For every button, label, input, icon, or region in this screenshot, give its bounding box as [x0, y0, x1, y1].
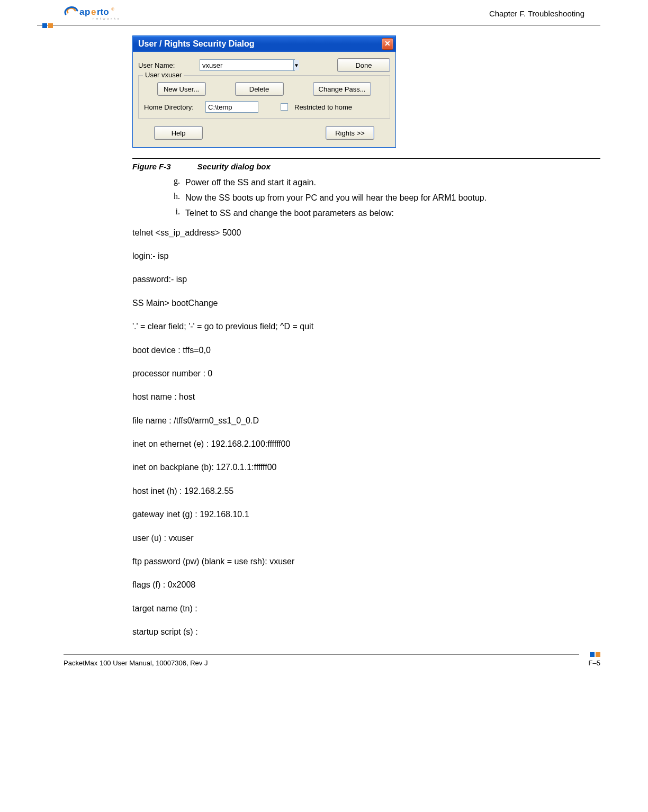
step-marker: h. — [169, 192, 185, 204]
new-user-button[interactable]: New User... — [157, 82, 206, 96]
footer-page: F–5 — [589, 659, 600, 667]
brand-logo: ap e rto ® n e t w o r k s — [64, 5, 124, 21]
terminal-line: user (u) : vxuser — [132, 533, 600, 544]
terminal-line: processor number : 0 — [132, 368, 600, 380]
terminal-line: password:- isp — [132, 274, 600, 285]
step-text: Telnet to SS and change the boot paramet… — [185, 207, 600, 219]
terminal-line: login:- isp — [132, 250, 600, 262]
username-label: User Name: — [138, 61, 196, 69]
home-dir-input[interactable] — [205, 101, 258, 113]
username-input[interactable] — [200, 60, 293, 70]
terminal-line: boot device : tffs=0,0 — [132, 345, 600, 356]
close-icon[interactable]: ✕ — [382, 38, 393, 50]
dialog-title: User / Rights Security Dialog — [138, 39, 382, 49]
terminal-line: file name : /tffs0/arm0_ss1_0_0.D — [132, 415, 600, 427]
restricted-checkbox[interactable] — [281, 103, 288, 111]
username-combobox[interactable]: ▼ — [200, 59, 295, 71]
terminal-line: flags (f) : 0x2008 — [132, 579, 600, 591]
svg-text:ap: ap — [79, 7, 91, 17]
step-text: Now the SS boots up from your PC and you… — [185, 192, 600, 204]
terminal-line: host inet (h) : 192.168.2.55 — [132, 485, 600, 497]
delete-button[interactable]: Delete — [235, 82, 284, 96]
help-button[interactable]: Help — [154, 126, 203, 140]
dropdown-icon[interactable]: ▼ — [293, 60, 299, 70]
terminal-line: host name : host — [132, 391, 600, 403]
svg-text:n e t w o r k s: n e t w o r k s — [93, 17, 120, 20]
step-marker: i. — [169, 207, 185, 219]
change-pass-button[interactable]: Change Pass... — [313, 82, 372, 96]
figure-number: Figure F-3 — [132, 162, 171, 171]
terminal-line: startup script (s) : — [132, 626, 600, 638]
terminal-line: gateway inet (g) : 192.168.10.1 — [132, 509, 600, 520]
step-text: Power off the SS and start it again. — [185, 176, 600, 188]
terminal-line: SS Main> bootChange — [132, 297, 600, 309]
chapter-label: Chapter F. Troubleshooting — [124, 9, 584, 18]
terminal-line: ftp password (pw) (blank = use rsh): vxu… — [132, 556, 600, 567]
restricted-label: Restricted to home — [294, 103, 352, 111]
security-dialog: User / Rights Security Dialog ✕ User Nam… — [132, 35, 396, 148]
home-dir-label: Home Directory: — [144, 103, 202, 111]
decor-squares-left — [42, 23, 53, 28]
svg-text:rto: rto — [97, 7, 109, 17]
figure-caption: Figure F-3Security dialog box — [132, 162, 600, 171]
footer-manual: PacketMax 100 User Manual, 10007306, Rev… — [64, 659, 208, 667]
svg-text:e: e — [91, 7, 96, 17]
terminal-line: telnet <ss_ip_address> 5000 — [132, 227, 600, 239]
done-button[interactable]: Done — [337, 58, 390, 72]
terminal-line: target name (tn) : — [132, 603, 600, 615]
step-marker: g. — [169, 176, 185, 188]
rights-button[interactable]: Rights >> — [326, 126, 374, 140]
terminal-line: '.' = clear field; '-' = go to previous … — [132, 321, 600, 332]
figure-title: Security dialog box — [197, 162, 271, 171]
step-list: g. Power off the SS and start it again. … — [169, 176, 600, 220]
user-fieldset: User vxuser New User... Delete Change Pa… — [138, 75, 390, 119]
terminal-output: telnet <ss_ip_address> 5000 login:- isp … — [132, 227, 600, 638]
svg-text:®: ® — [111, 7, 114, 12]
fieldset-legend: User vxuser — [143, 71, 184, 79]
decor-squares-right — [590, 652, 600, 657]
terminal-line: inet on ethernet (e) : 192.168.2.100:fff… — [132, 438, 600, 450]
terminal-line: inet on backplane (b): 127.0.1.1:ffffff0… — [132, 462, 600, 473]
